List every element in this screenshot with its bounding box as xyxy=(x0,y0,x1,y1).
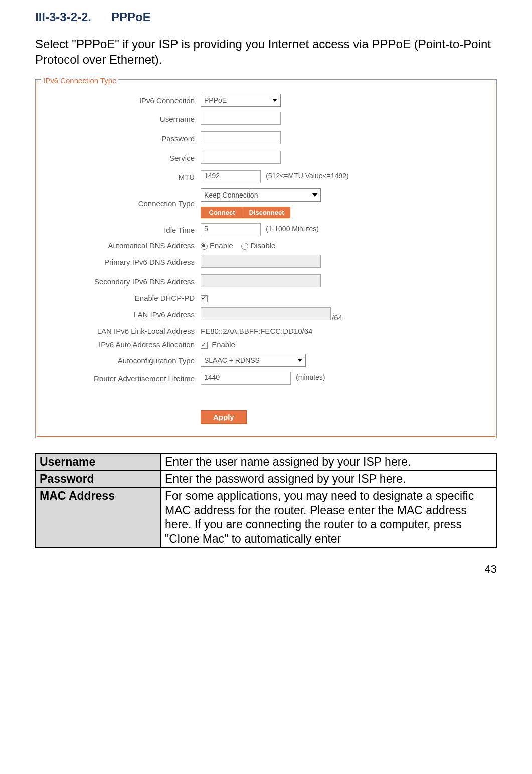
autoconf-type-select[interactable]: SLAAC + RDNSS xyxy=(201,354,306,367)
intro-paragraph: Select "PPPoE" if your ISP is providing … xyxy=(35,36,497,67)
lan-ipv6-suffix: /64 xyxy=(332,313,342,322)
idle-time-hint: (1-1000 Minutes) xyxy=(266,225,319,233)
auto-addr-checkbox[interactable] xyxy=(201,342,208,349)
apply-button[interactable]: Apply xyxy=(201,410,247,424)
desc-text: Enter the password assigned by your ISP … xyxy=(161,471,497,488)
idle-time-label: Idle Time xyxy=(42,221,198,239)
connection-type-value: Keep Connection xyxy=(204,191,258,199)
ra-lifetime-input[interactable]: 1440 xyxy=(201,372,291,385)
mtu-input[interactable]: 1492 xyxy=(201,170,261,183)
desc-name: Username xyxy=(36,454,161,471)
lan-ipv6-label: LAN IPv6 Address xyxy=(42,305,198,324)
ra-lifetime-label: Router Advertisement Lifetime xyxy=(42,369,198,388)
primary-dns-input[interactable] xyxy=(201,255,321,268)
password-input[interactable] xyxy=(201,131,281,144)
connect-button[interactable]: Connect xyxy=(201,207,243,218)
chevron-down-icon xyxy=(312,194,317,197)
connection-type-label: Connection Type xyxy=(42,186,198,221)
username-input[interactable] xyxy=(201,112,281,125)
description-table: Username Enter the user name assigned by… xyxy=(35,453,497,548)
table-row: Username Enter the user name assigned by… xyxy=(36,454,497,471)
page-number: 43 xyxy=(35,563,497,576)
mtu-hint: (512<=MTU Value<=1492) xyxy=(266,172,349,180)
ipv6-connection-type-fieldset: IPv6 Connection Type IPv6 Connection PPP… xyxy=(37,81,495,437)
secondary-dns-label: Secondary IPv6 DNS Address xyxy=(42,272,198,291)
section-number: III-3-3-2-2. xyxy=(35,10,91,24)
connection-type-select[interactable]: Keep Connection xyxy=(201,188,321,202)
chevron-down-icon xyxy=(297,359,302,362)
autoconf-type-label: Autoconfiguration Type xyxy=(42,351,198,369)
secondary-dns-input[interactable] xyxy=(201,274,321,287)
disconnect-button[interactable]: Disconnect xyxy=(243,207,290,218)
enable-option-label: Enable xyxy=(210,241,233,250)
auto-addr-option-label: Enable xyxy=(212,340,235,349)
config-screenshot: IPv6 Connection Type IPv6 Connection PPP… xyxy=(35,79,497,438)
fieldset-legend: IPv6 Connection Type xyxy=(41,76,118,85)
autoconf-type-value: SLAAC + RDNSS xyxy=(204,356,260,364)
desc-text: Enter the user name assigned by your ISP… xyxy=(161,454,497,471)
ra-lifetime-hint: (minutes) xyxy=(296,373,325,381)
auto-dns-label: Automatical DNS Address xyxy=(42,239,198,252)
desc-name: Password xyxy=(36,471,161,488)
service-label: Service xyxy=(42,148,198,168)
username-label: Username xyxy=(42,109,198,129)
idle-time-input[interactable]: 5 xyxy=(201,223,261,236)
lan-linklocal-label: LAN IPv6 Link-Local Address xyxy=(42,324,198,338)
section-heading: III-3-3-2-2.PPPoE xyxy=(35,10,497,24)
disable-option-label: Disable xyxy=(250,241,275,250)
desc-text: For some applications, you may need to d… xyxy=(161,487,497,547)
password-label: Password xyxy=(42,129,198,148)
table-row: Password Enter the password assigned by … xyxy=(36,471,497,488)
ipv6-connection-select[interactable]: PPPoE xyxy=(201,94,281,107)
section-title: PPPoE xyxy=(111,10,151,24)
table-row: MAC Address For some applications, you m… xyxy=(36,487,497,547)
dhcp-pd-checkbox[interactable] xyxy=(201,295,208,302)
mtu-label: MTU xyxy=(42,168,198,186)
ipv6-connection-value: PPPoE xyxy=(204,96,227,104)
ipv6-connection-label: IPv6 Connection xyxy=(42,91,198,109)
chevron-down-icon xyxy=(272,99,277,102)
form-table: IPv6 Connection PPPoE Username Password … xyxy=(42,91,490,426)
auto-dns-enable-radio[interactable] xyxy=(201,243,208,250)
lan-linklocal-value: FE80::2AA:BBFF:FECC:DD10/64 xyxy=(201,327,312,335)
primary-dns-label: Primary IPv6 DNS Address xyxy=(42,252,198,272)
auto-dns-disable-radio[interactable] xyxy=(241,243,248,250)
auto-addr-label: IPv6 Auto Address Allocation xyxy=(42,338,198,351)
dhcp-pd-label: Enable DHCP-PD xyxy=(42,291,198,305)
lan-ipv6-input[interactable] xyxy=(201,307,331,320)
desc-name: MAC Address xyxy=(36,487,161,547)
service-input[interactable] xyxy=(201,151,281,164)
